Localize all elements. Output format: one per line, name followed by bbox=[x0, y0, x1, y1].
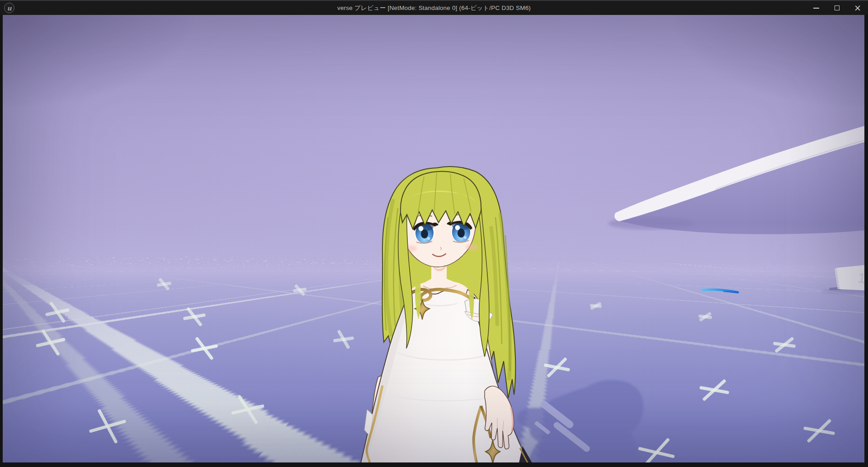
minimize-icon bbox=[813, 8, 819, 9]
maximize-button[interactable] bbox=[826, 1, 847, 15]
unreal-preview-window: u verse プレビュー [NetMode: Standalone 0] (6… bbox=[0, 0, 868, 467]
window-controls: × bbox=[806, 1, 868, 15]
maximize-icon bbox=[835, 5, 840, 10]
window-titlebar[interactable]: u verse プレビュー [NetMode: Standalone 0] (6… bbox=[0, 0, 868, 15]
minimize-button[interactable] bbox=[806, 1, 826, 15]
window-title: verse プレビュー [NetMode: Standalone 0] (64-… bbox=[0, 1, 868, 15]
unreal-engine-logo-icon: u bbox=[4, 3, 14, 13]
viewport-vignette bbox=[3, 15, 864, 462]
close-icon: × bbox=[854, 4, 861, 12]
game-viewport[interactable]: 1 bbox=[3, 15, 864, 462]
close-button[interactable]: × bbox=[847, 1, 868, 15]
